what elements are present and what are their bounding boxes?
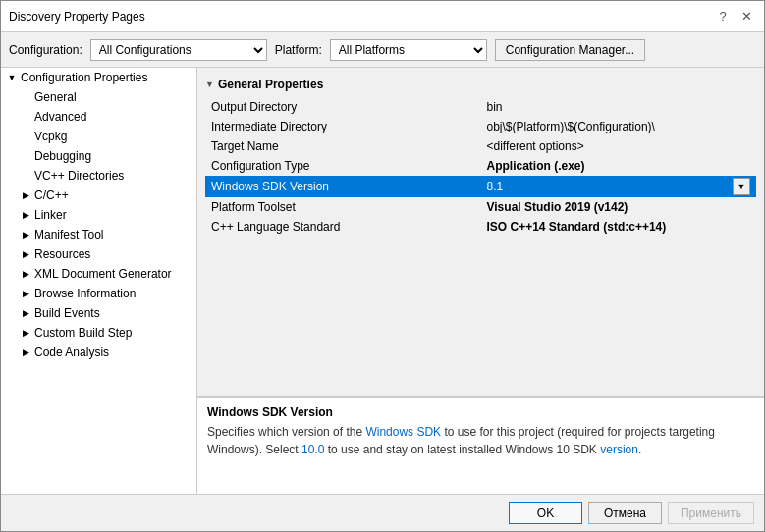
properties-table: Output DirectorybinIntermediate Director…	[205, 97, 756, 237]
sidebar-item-label: Vcpkg	[34, 130, 67, 143]
sidebar-item-label: Browse Information	[34, 287, 136, 300]
tree-arrow-icon	[5, 71, 19, 84]
tree-arrow-icon	[19, 149, 32, 163]
title-controls: ? ✕	[713, 7, 756, 27]
tree-arrow-icon	[19, 267, 32, 281]
section-collapse-icon: ▼	[205, 80, 214, 89]
sidebar-item-browse-info[interactable]: Browse Information	[1, 284, 196, 303]
sidebar-item-vcpkg[interactable]: Vcpkg	[1, 127, 196, 146]
prop-value[interactable]: 8.1▼	[481, 176, 757, 197]
dialog-window: Discovery Property Pages ? ✕ Configurati…	[0, 0, 765, 532]
platform-label: Platform:	[275, 43, 322, 57]
sidebar-item-label: Configuration Properties	[21, 71, 147, 84]
tree-arrow-icon	[19, 247, 32, 261]
sidebar-item-label: XML Document Generator	[34, 267, 172, 281]
sidebar-item-resources[interactable]: Resources	[1, 244, 196, 264]
configuration-select[interactable]: All Configurations	[90, 39, 267, 61]
sidebar-item-config-properties[interactable]: Configuration Properties	[1, 68, 196, 87]
prop-value: bin	[481, 97, 757, 117]
sidebar-item-label: Linker	[34, 208, 67, 222]
prop-value: Visual Studio 2019 (v142)	[481, 197, 757, 217]
tree-arrow-icon	[19, 169, 32, 183]
tree-arrow-icon	[19, 110, 32, 124]
sidebar-item-custom-build[interactable]: Custom Build Step	[1, 323, 196, 343]
content-area: ▼ General Properties Output Directorybin…	[197, 68, 764, 494]
prop-value: <different options>	[481, 136, 757, 156]
config-manager-button[interactable]: Configuration Manager...	[495, 39, 645, 61]
sidebar-item-xml-doc-gen[interactable]: XML Document Generator	[1, 264, 196, 284]
table-row[interactable]: Windows SDK Version8.1▼	[205, 176, 756, 197]
prop-value: obj\$(Platform)\$(Configuration)\	[481, 117, 757, 136]
sidebar-item-cpp[interactable]: C/C++	[1, 186, 196, 205]
table-row[interactable]: Intermediate Directoryobj\$(Platform)\$(…	[205, 117, 756, 136]
tree-arrow-icon	[19, 208, 32, 222]
prop-name: C++ Language Standard	[205, 217, 481, 237]
info-title: Windows SDK Version	[207, 405, 754, 419]
sidebar-item-build-events[interactable]: Build Events	[1, 303, 196, 323]
prop-name: Intermediate Directory	[205, 117, 481, 136]
section-title: General Properties	[218, 78, 323, 91]
properties-panel: ▼ General Properties Output Directorybin…	[197, 68, 764, 396]
close-button[interactable]: ✕	[737, 7, 756, 27]
apply-button[interactable]: Применить	[668, 502, 754, 524]
help-button[interactable]: ?	[713, 7, 733, 27]
sidebar-item-label: Debugging	[34, 149, 91, 163]
info-link: version	[600, 443, 638, 456]
sidebar-item-label: General	[34, 90, 77, 104]
tree-arrow-icon	[19, 306, 32, 320]
sidebar-item-label: Resources	[34, 247, 90, 261]
sidebar-item-general[interactable]: General	[1, 87, 196, 107]
sidebar-item-label: Code Analysis	[34, 346, 109, 359]
tree-arrow-icon	[19, 90, 32, 104]
sidebar-item-vc-directories[interactable]: VC++ Directories	[1, 166, 196, 186]
table-row[interactable]: Configuration TypeApplication (.exe)	[205, 156, 756, 176]
sidebar-item-debugging[interactable]: Debugging	[1, 146, 196, 166]
tree-arrow-icon	[19, 130, 32, 143]
prop-name: Windows SDK Version	[205, 176, 481, 197]
platform-select[interactable]: All Platforms	[330, 39, 487, 61]
prop-name: Configuration Type	[205, 156, 481, 176]
table-row[interactable]: Target Name<different options>	[205, 136, 756, 156]
sidebar-item-label: Build Events	[34, 306, 100, 320]
config-bar: Configuration: All Configurations Platfo…	[1, 32, 764, 68]
table-row[interactable]: C++ Language StandardISO C++14 Standard …	[205, 217, 756, 237]
sidebar-item-label: Custom Build Step	[34, 326, 132, 340]
sidebar-item-label: VC++ Directories	[34, 169, 124, 183]
sidebar-item-manifest-tool[interactable]: Manifest Tool	[1, 225, 196, 244]
main-area: Configuration PropertiesGeneralAdvancedV…	[1, 68, 764, 494]
info-text: Specifies which version of the Windows S…	[207, 423, 754, 458]
dropdown-arrow-button[interactable]: ▼	[733, 178, 750, 195]
title-bar: Discovery Property Pages ? ✕	[1, 1, 764, 32]
prop-value: Application (.exe)	[481, 156, 757, 176]
tree-arrow-icon	[19, 346, 32, 359]
configuration-label: Configuration:	[9, 43, 82, 57]
sidebar-item-advanced[interactable]: Advanced	[1, 107, 196, 127]
info-link: 10.0	[301, 443, 324, 456]
info-panel: Windows SDK Version Specifies which vers…	[197, 396, 764, 494]
table-row[interactable]: Output Directorybin	[205, 97, 756, 117]
button-bar: OK Отмена Применить	[1, 494, 764, 531]
section-header: ▼ General Properties	[205, 76, 756, 93]
info-link: Windows SDK	[365, 425, 441, 439]
sidebar: Configuration PropertiesGeneralAdvancedV…	[1, 68, 197, 494]
tree-arrow-icon	[19, 228, 32, 241]
tree-arrow-icon	[19, 326, 32, 340]
ok-button[interactable]: OK	[509, 502, 582, 524]
sidebar-item-label: C/C++	[34, 188, 69, 202]
table-row[interactable]: Platform ToolsetVisual Studio 2019 (v142…	[205, 197, 756, 217]
tree-arrow-icon	[19, 188, 32, 202]
cancel-button[interactable]: Отмена	[588, 502, 662, 524]
sidebar-item-label: Manifest Tool	[34, 228, 103, 241]
prop-name: Platform Toolset	[205, 197, 481, 217]
sidebar-item-label: Advanced	[34, 110, 86, 124]
tree-arrow-icon	[19, 287, 32, 300]
sidebar-item-code-analysis[interactable]: Code Analysis	[1, 343, 196, 362]
prop-name: Output Directory	[205, 97, 481, 117]
sidebar-item-linker[interactable]: Linker	[1, 205, 196, 225]
prop-name: Target Name	[205, 136, 481, 156]
window-title: Discovery Property Pages	[9, 10, 145, 24]
prop-value: ISO C++14 Standard (std:c++14)	[481, 217, 757, 237]
